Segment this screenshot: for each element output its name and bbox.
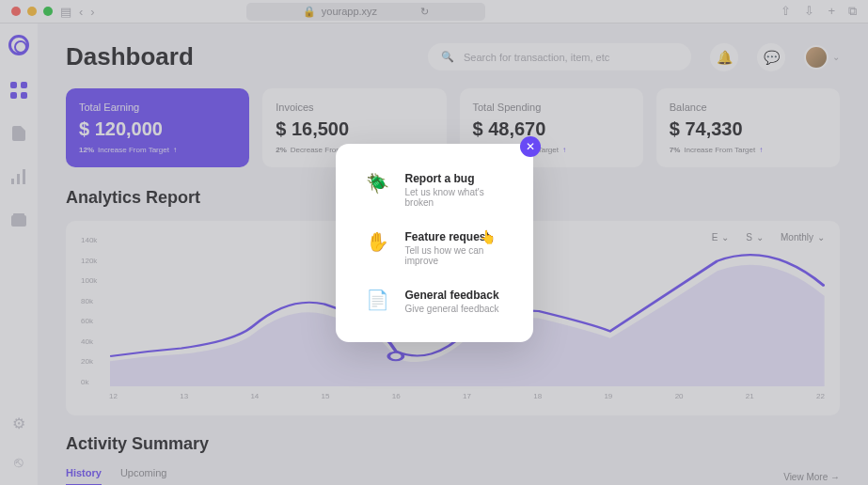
option-title: Report a bug <box>405 172 503 185</box>
option-subtitle: Tell us how we can improve <box>405 245 503 266</box>
cursor-icon: 👆 <box>480 229 496 244</box>
modal-overlay[interactable]: ✕ 🪲 Report a bug Let us know what's brok… <box>0 0 868 485</box>
option-subtitle: Let us know what's broken <box>405 187 503 208</box>
report-bug-option[interactable]: 🪲 Report a bug Let us know what's broken <box>366 172 503 208</box>
feedback-modal: ✕ 🪲 Report a bug Let us know what's brok… <box>336 144 533 342</box>
hand-plus-icon: ✋ <box>366 230 390 255</box>
close-modal-button[interactable]: ✕ <box>520 136 541 157</box>
general-feedback-option[interactable]: 📄 General feedback Give general feedback <box>366 289 503 314</box>
document-icon: 📄 <box>366 289 390 313</box>
bug-icon: 🪲 <box>366 172 390 196</box>
option-title: General feedback <box>405 289 499 302</box>
option-subtitle: Give general feedback <box>405 304 499 314</box>
